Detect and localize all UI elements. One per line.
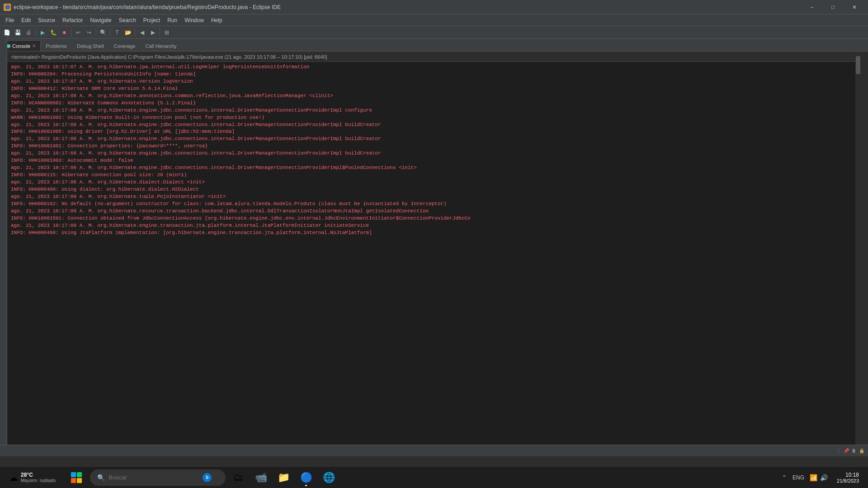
tab-problems[interactable]: Problems [41,40,71,51]
console-line: INFO: HHH10001003: Autocommit mode: fals… [11,157,857,164]
console-header-text: <terminated> RegistroDeProducto [Java Ap… [11,54,327,60]
tab-call-hierarchy-label: Call Hierarchy [145,43,176,49]
taskbar-eclipse-icon: 🔵 [300,472,312,483]
console-scroll-lock-btn[interactable]: 🔒 [859,448,864,453]
console-line: INFO: HCANN000001: Hibernate Commons Ann… [11,100,857,107]
console-line: INFO: HHH10001001: Connection properties… [11,143,857,150]
taskbar-app-explorer[interactable]: 🗂 [228,468,248,488]
clock-time: 10:18 [845,472,859,478]
console-pin-btn[interactable]: 📌 [844,448,849,453]
left-sidebar-bar [0,35,7,456]
console-line: ago. 21, 2023 10:17:08 A. M. org.hiberna… [11,179,857,186]
language-indicator[interactable]: ENG [790,474,807,481]
console-header: <terminated> RegistroDeProducto [Java Ap… [7,52,861,62]
console-line: INFO: HHH10001501: Connection obtained f… [11,215,857,222]
weather-widget[interactable]: ☁ 28°C Mayorm. nublado [5,472,59,483]
console-bottom-toolbar: ⋮ 📌 🗑 🔒 [0,445,868,456]
console-line: WARN: HHH10001002: Using Hibernate built… [11,114,857,122]
close-button[interactable]: ✕ [844,0,864,14]
tray-chevron-icon[interactable]: ⌃ [782,474,787,481]
toolbar-sep-6 [160,28,160,37]
menu-bar: File Edit Source Refactor Navigate Searc… [0,14,868,26]
perspective-button[interactable]: ⊞ [162,28,172,38]
undo-button[interactable]: ↩ [73,28,83,38]
menu-run[interactable]: Run [164,14,181,26]
taskbar-edge-icon: 🌐 [323,472,335,483]
menu-project[interactable]: Project [140,14,164,26]
tab-debug-shell-label: Debug Shell [77,43,104,49]
console-line: ago. 21, 2023 10:17:07 A. M. org.hiberna… [11,64,857,71]
redo-button[interactable]: ↪ [84,28,94,38]
console-line: INFO: HHH000400: Using dialect: org.hibe… [11,186,857,193]
start-button[interactable] [66,467,87,488]
weather-description: Mayorm. nublado [21,478,56,483]
menu-search[interactable]: Search [115,14,140,26]
toolbar-sep-5 [135,28,135,37]
console-line: ago. 21, 2023 10:17:09 A. M. org.hiberna… [11,208,857,215]
toolbar: 📄 💾 🖨 ▶ 🐛 ■ ↩ ↪ 🔍 T 📂 ◀ ▶ ⊞ [0,26,868,39]
taskbar-app-active-indicator [305,485,307,486]
open-resource-button[interactable]: 📂 [123,28,133,38]
start-square-3 [71,478,76,483]
console-menu-dots[interactable]: ⋮ [836,448,841,453]
stop-button[interactable]: ■ [59,28,69,38]
debug-button[interactable]: 🐛 [48,28,58,38]
menu-navigate[interactable]: Navigate [86,14,115,26]
maximize-button[interactable]: □ [823,0,843,14]
next-edit-button[interactable]: ▶ [148,28,158,38]
minimize-button[interactable]: − [802,0,822,14]
menu-help[interactable]: Help [208,14,226,26]
search-icon: 🔍 [97,474,105,481]
taskbar-app-eclipse[interactable]: 🔵 [296,468,316,488]
console-line: INFO: HHH000412: Hibernate ORM core vers… [11,85,857,93]
open-type-button[interactable]: T [112,28,122,38]
tab-bar: Console ✕ Problems Debug Shell Coverage … [0,39,868,52]
taskbar-teams-icon: 📹 [255,472,267,483]
tab-call-hierarchy[interactable]: Call Hierarchy [140,40,181,51]
console-clear-btn[interactable]: 🗑 [852,448,856,453]
print-button[interactable]: 🖨 [24,28,33,38]
vertical-scrollbar-thumb[interactable] [856,56,860,74]
console-line: INFO: HHH10001005: using driver [org.h2.… [11,128,857,136]
taskbar-app-teams[interactable]: 📹 [251,468,271,488]
console-line: INFO: HHH000490: Using JtaPlatform imple… [11,230,857,237]
system-clock[interactable]: 10:18 21/8/2023 [833,472,863,483]
console-lines: ago. 21, 2023 10:17:07 A. M. org.hiberna… [11,64,857,237]
run-button[interactable]: ▶ [38,28,47,38]
console-content[interactable]: ago. 21, 2023 10:17:07 A. M. org.hiberna… [7,62,861,453]
save-button[interactable]: 💾 [13,28,23,38]
bing-logo: b [203,473,212,482]
toolbar-sep-2 [71,28,71,37]
toolbar-sep-1 [35,28,36,37]
search-input[interactable] [108,474,199,481]
taskbar-app-edge[interactable]: 🌐 [319,468,339,488]
console-line: INFO: HHH000204: Processing PersistenceU… [11,71,857,78]
window-controls: − □ ✕ [802,0,864,14]
menu-file[interactable]: File [2,14,18,26]
menu-refactor[interactable]: Refactor [59,14,86,26]
console-area: <terminated> RegistroDeProducto [Java Ap… [7,52,861,456]
menu-window[interactable]: Window [181,14,208,26]
menu-edit[interactable]: Edit [18,14,34,26]
start-square-1 [71,472,76,477]
tab-debug-shell[interactable]: Debug Shell [72,40,109,51]
network-icon[interactable]: 📶 [810,474,817,481]
console-line: ago. 21, 2023 10:17:08 A. M. org.hiberna… [11,150,857,157]
console-line: ago. 21, 2023 10:17:08 A. M. org.hiberna… [11,136,857,143]
taskbar-search[interactable]: 🔍 b [90,469,226,486]
sound-icon[interactable]: 🔊 [820,474,828,481]
console-line: ago. 21, 2023 10:17:08 A. M. org.hiberna… [11,107,857,114]
eclipse-icon: 🔵 [4,4,11,11]
prev-edit-button[interactable]: ◀ [137,28,147,38]
console-line: INFO: HHH000115: Hibernate connection po… [11,172,857,179]
tab-coverage[interactable]: Coverage [109,40,141,51]
taskbar-explorer-icon: 🗂 [233,472,243,483]
search-button[interactable]: 🔍 [98,28,108,38]
menu-source[interactable]: Source [34,14,59,26]
tab-console-close[interactable]: ✕ [32,43,36,48]
tab-console[interactable]: Console ✕ [2,40,41,51]
vertical-scrollbar[interactable] [855,52,861,456]
title-bar: 🔵 eclipse-workspace - tienda/src/main/ja… [0,0,868,14]
console-tab-icon [7,44,10,48]
taskbar-app-files[interactable]: 📁 [274,468,293,488]
